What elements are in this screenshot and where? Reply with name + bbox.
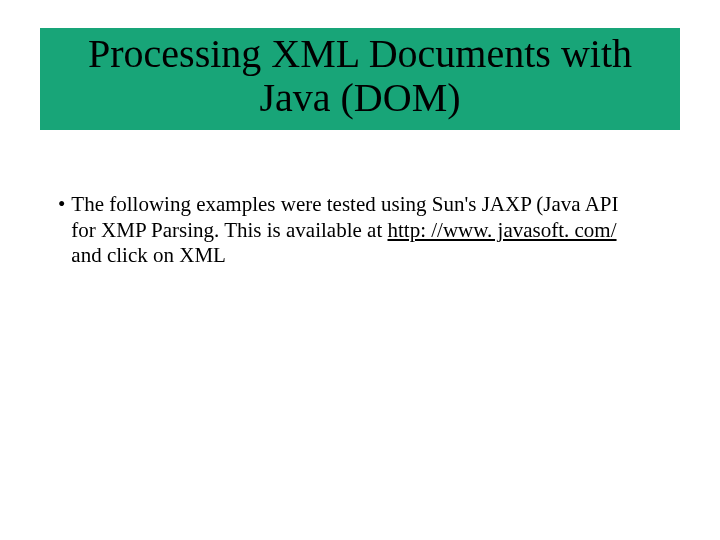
bullet-text: The following examples were tested using…: [71, 192, 640, 269]
javasoft-link[interactable]: http: //www. javasoft. com/: [388, 218, 617, 242]
bullet-text-after: and click on XML: [71, 243, 226, 267]
slide-title: Processing XML Documents with Java (DOM): [48, 32, 672, 120]
slide: Processing XML Documents with Java (DOM)…: [0, 0, 720, 540]
bullet-marker: •: [58, 192, 65, 269]
title-line-2: Java (DOM): [259, 75, 460, 120]
content-area: • The following examples were tested usi…: [40, 192, 680, 269]
title-bar: Processing XML Documents with Java (DOM): [40, 28, 680, 130]
title-line-1: Processing XML Documents with: [88, 31, 632, 76]
bullet-item: • The following examples were tested usi…: [58, 192, 640, 269]
